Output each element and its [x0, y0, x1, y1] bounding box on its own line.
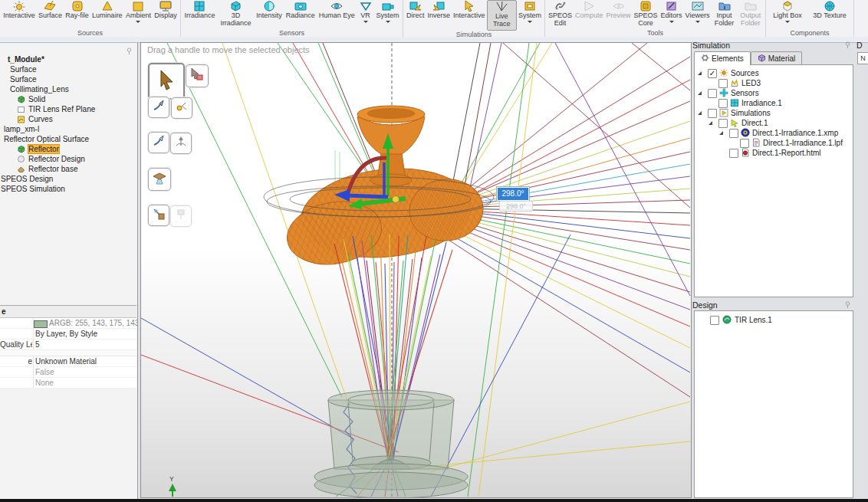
move-axes-button[interactable] [171, 97, 192, 119]
sim-tree-item-sources[interactable]: ✓Sources [695, 68, 853, 78]
sim-tree-item-irradiance-1[interactable]: Irradiance.1 [695, 98, 853, 108]
pin-icon[interactable] [126, 48, 133, 54]
dropdown-caret-icon[interactable] [669, 21, 674, 23]
ribbon-item-input-folder[interactable]: Input Folder [711, 0, 737, 29]
ribbon-item-compute[interactable]: Compute [574, 0, 605, 29]
property-row[interactable]: False [0, 367, 136, 378]
tree-item-surface[interactable]: Surface [0, 75, 36, 85]
sim-tree-item-direct-1-report-html[interactable]: Direct.1-Report.html [695, 148, 853, 158]
tree-item-reflector[interactable]: Reflector [0, 145, 59, 155]
ribbon-item-speos-core[interactable]: SPEOS Core [633, 0, 659, 29]
checkbox[interactable] [740, 139, 749, 148]
ribbon-item-interactive[interactable]: Interactive [2, 0, 37, 29]
select-tool-button[interactable] [148, 63, 185, 100]
tree-item-collimating-lens[interactable]: Collimating_Lens [0, 85, 69, 95]
expander-icon[interactable] [698, 111, 702, 115]
pin-icon[interactable] [844, 41, 851, 48]
tree-item-tir-lens-ref-plane[interactable]: TIR Lens Ref Plane [0, 105, 95, 115]
ribbon-item-display[interactable]: Display [153, 0, 179, 29]
ribbon-item-human-eye[interactable]: Human Eye [317, 0, 357, 29]
ribbon-item-ray-file[interactable]: Ray-file [64, 0, 90, 29]
ribbon-item-interactive[interactable]: Interactive [452, 0, 487, 29]
checkbox[interactable] [708, 89, 717, 98]
angle-input[interactable]: 298.0° [497, 187, 529, 201]
checkbox[interactable] [718, 99, 728, 108]
expander-icon[interactable] [709, 121, 712, 125]
dropdown-caret-icon[interactable] [785, 21, 790, 23]
sim-tree-item-sensors[interactable]: Sensors [695, 88, 853, 98]
sim-tree-item-led3[interactable]: LED3 [695, 78, 853, 88]
property-row[interactable]: ARGB: 255, 143, 175, 143 [0, 318, 136, 329]
tree-item-reflector-base[interactable]: Reflector base [0, 165, 77, 175]
expander-icon[interactable] [698, 91, 702, 95]
tree-item-curves[interactable]: Curves [0, 115, 53, 125]
tree-item-speos-simulation[interactable]: SPEOS Simulation [0, 185, 65, 195]
property-row[interactable]: Quality Leve5 [0, 340, 136, 350]
ribbon-item-radiance[interactable]: Radiance [284, 0, 317, 29]
ribbon-item-viewers[interactable]: Viewers [684, 0, 712, 29]
expander-icon[interactable] [698, 71, 702, 75]
checkbox[interactable] [729, 129, 738, 138]
expander-icon[interactable] [719, 131, 723, 135]
pin-icon[interactable] [844, 301, 851, 308]
tree-item-t-module[interactable]: t_Module* [0, 55, 44, 65]
dropdown-caret-icon[interactable] [528, 21, 532, 23]
checkbox[interactable]: ✓ [708, 69, 717, 78]
ribbon-item-editors[interactable]: Editors [659, 0, 684, 29]
dropdown-caret-icon[interactable] [363, 21, 368, 23]
viewport-3d[interactable]: Y Drag a handle to move the selected obj… [140, 42, 692, 498]
measure-tool-button[interactable] [148, 205, 169, 226]
ribbon-item-irradiance[interactable]: Irradiance [182, 0, 216, 29]
move-tool-button[interactable] [148, 97, 169, 118]
dropdown-caret-icon[interactable] [695, 21, 700, 23]
property-row[interactable]: eUnknown Material [0, 356, 136, 367]
collapsed-panel-title: D [856, 41, 868, 50]
property-row[interactable]: By Layer, By Style [0, 329, 136, 340]
sim-tree-item-direct-1[interactable]: Direct.1 [695, 118, 853, 128]
ribbon-item-speos-edit[interactable]: SPEOS Edit [547, 0, 574, 29]
ribbon-item-system[interactable]: System [375, 0, 401, 29]
ribbon-item-inverse[interactable]: Inverse [426, 0, 452, 29]
checkbox[interactable] [729, 149, 738, 158]
ribbon-item-live-trace[interactable]: Live Trace [487, 0, 517, 31]
ribbon-item-system[interactable]: System [517, 0, 543, 29]
tree-item-speos-design[interactable]: SPEOS Design [0, 175, 53, 185]
ribbon-item-vr[interactable]: VR [357, 0, 374, 29]
collapsed-panel-field[interactable]: N [857, 52, 868, 64]
fill-tool-button[interactable] [170, 205, 192, 227]
direction-tool-button[interactable] [148, 132, 169, 153]
dropdown-caret-icon[interactable] [136, 21, 140, 23]
checkbox[interactable] [710, 316, 719, 325]
dropdown-caret-icon[interactable] [386, 21, 390, 23]
viewport-canvas[interactable]: Y [141, 43, 691, 497]
tree-item-lamp-xm-l[interactable]: lamp_xm-l [0, 125, 39, 135]
sim-tree-item-direct-1-irradiance-1-xmp[interactable]: Direct.1-Irradiance.1.xmp [695, 128, 853, 138]
ribbon-item-luminaire[interactable]: Luminaire [90, 0, 124, 29]
ribbon-item-surface[interactable]: Surface [37, 0, 64, 29]
ribbon-item-direct[interactable]: Direct [405, 0, 426, 29]
ribbon-item-output-folder[interactable]: Output Folder [738, 0, 764, 29]
ribbon-item-3d-texture[interactable]: 3D Texture [811, 0, 847, 29]
ribbon-item-preview[interactable]: Preview [605, 0, 633, 29]
checkbox[interactable] [718, 79, 728, 88]
property-row[interactable]: None [0, 378, 136, 389]
tree-item-solid[interactable]: Solid [0, 95, 45, 105]
sim-tree-item-simulations[interactable]: Simulations [695, 108, 853, 118]
sim-tree-item-direct-1-irradiance-1-lpf[interactable]: Direct.1-Irradiance.1.lpf [695, 138, 853, 148]
tab-material[interactable]: Material [751, 51, 803, 64]
ribbon-item-light-box[interactable]: Light Box [771, 0, 804, 29]
select-component-button[interactable] [186, 64, 209, 87]
color-swatch[interactable] [34, 320, 48, 328]
tree-item-reflector-optical-surface[interactable]: Reflector Optical Surface [0, 135, 89, 145]
orient-tool-button[interactable] [170, 133, 192, 154]
checkbox[interactable] [708, 109, 717, 118]
ribbon-item-intensity[interactable]: Intensity [255, 0, 284, 29]
design-item-tir-lens-1[interactable]: TIR Lens.1 [695, 315, 853, 325]
tree-item-surface[interactable]: Surface [0, 65, 36, 75]
ribbon-item-ambient[interactable]: Ambient [124, 0, 153, 29]
checkbox[interactable] [718, 119, 728, 128]
ribbon-item-3d-irradiance[interactable]: 3D Irradiance [217, 0, 254, 29]
tab-elements[interactable]: Elements [694, 51, 751, 65]
anchor-tool-button[interactable] [148, 168, 171, 191]
tree-item-reflector-design[interactable]: Reflector Design [0, 155, 85, 165]
